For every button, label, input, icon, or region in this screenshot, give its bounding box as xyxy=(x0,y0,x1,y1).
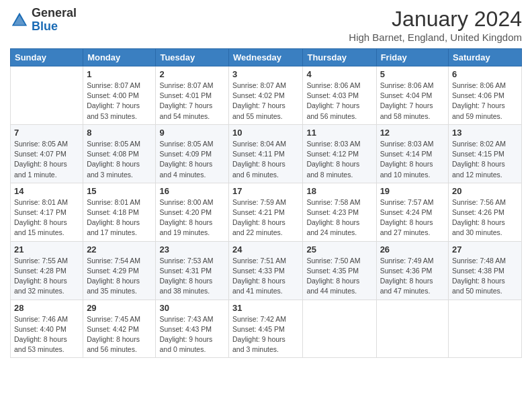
calendar-week-row: 28Sunrise: 7:46 AM Sunset: 4:40 PM Dayli… xyxy=(11,300,522,358)
calendar-cell: 25Sunrise: 7:50 AM Sunset: 4:35 PM Dayli… xyxy=(303,241,376,300)
calendar-cell: 19Sunrise: 7:57 AM Sunset: 4:24 PM Dayli… xyxy=(376,183,448,241)
calendar-cell: 13Sunrise: 8:02 AM Sunset: 4:15 PM Dayli… xyxy=(449,124,522,183)
day-number: 2 xyxy=(159,69,225,79)
calendar-cell: 11Sunrise: 8:03 AM Sunset: 4:12 PM Dayli… xyxy=(303,124,376,183)
day-number: 4 xyxy=(306,69,372,79)
calendar-cell: 23Sunrise: 7:53 AM Sunset: 4:31 PM Dayli… xyxy=(156,241,229,300)
day-info: Sunrise: 7:43 AM Sunset: 4:43 PM Dayligh… xyxy=(159,314,225,355)
calendar-week-row: 14Sunrise: 8:01 AM Sunset: 4:17 PM Dayli… xyxy=(11,183,522,241)
calendar-cell: 3Sunrise: 8:07 AM Sunset: 4:02 PM Daylig… xyxy=(229,66,303,125)
day-number: 5 xyxy=(380,69,445,79)
calendar-cell xyxy=(449,300,522,358)
day-info: Sunrise: 8:01 AM Sunset: 4:17 PM Dayligh… xyxy=(14,197,79,238)
day-info: Sunrise: 7:45 AM Sunset: 4:42 PM Dayligh… xyxy=(87,314,152,355)
calendar-cell: 22Sunrise: 7:54 AM Sunset: 4:29 PM Dayli… xyxy=(83,241,156,300)
col-header-wednesday: Wednesday xyxy=(229,49,303,66)
calendar-cell: 2Sunrise: 8:07 AM Sunset: 4:01 PM Daylig… xyxy=(156,66,229,125)
calendar-cell: 4Sunrise: 8:06 AM Sunset: 4:03 PM Daylig… xyxy=(303,66,376,125)
day-number: 6 xyxy=(452,69,518,79)
day-info: Sunrise: 7:57 AM Sunset: 4:24 PM Dayligh… xyxy=(380,197,445,238)
day-number: 3 xyxy=(232,69,299,79)
day-number: 14 xyxy=(14,186,79,196)
calendar-week-row: 21Sunrise: 7:55 AM Sunset: 4:28 PM Dayli… xyxy=(11,241,522,300)
logo-icon xyxy=(10,11,29,30)
calendar-cell: 7Sunrise: 8:05 AM Sunset: 4:07 PM Daylig… xyxy=(11,124,83,183)
day-number: 29 xyxy=(87,303,152,313)
calendar-cell: 10Sunrise: 8:04 AM Sunset: 4:11 PM Dayli… xyxy=(229,124,303,183)
day-info: Sunrise: 7:54 AM Sunset: 4:29 PM Dayligh… xyxy=(87,256,152,297)
day-info: Sunrise: 8:06 AM Sunset: 4:04 PM Dayligh… xyxy=(380,81,445,122)
calendar-cell: 8Sunrise: 8:05 AM Sunset: 4:08 PM Daylig… xyxy=(83,124,156,183)
location: High Barnet, England, United Kingdom xyxy=(349,32,522,43)
day-number: 25 xyxy=(306,244,372,255)
calendar-cell: 31Sunrise: 7:42 AM Sunset: 4:45 PM Dayli… xyxy=(229,300,303,358)
title-block: January 2024 High Barnet, England, Unite… xyxy=(349,7,522,43)
calendar-cell: 14Sunrise: 8:01 AM Sunset: 4:17 PM Dayli… xyxy=(11,183,83,241)
day-info: Sunrise: 7:58 AM Sunset: 4:23 PM Dayligh… xyxy=(306,197,372,238)
logo-text: General Blue xyxy=(32,7,77,34)
day-number: 10 xyxy=(232,128,299,138)
day-info: Sunrise: 7:55 AM Sunset: 4:28 PM Dayligh… xyxy=(14,256,79,297)
day-number: 15 xyxy=(87,186,152,196)
day-info: Sunrise: 8:05 AM Sunset: 4:08 PM Dayligh… xyxy=(87,139,152,180)
day-number: 23 xyxy=(159,244,225,255)
day-number: 20 xyxy=(452,186,518,196)
day-number: 21 xyxy=(14,244,79,255)
calendar-cell: 18Sunrise: 7:58 AM Sunset: 4:23 PM Dayli… xyxy=(303,183,376,241)
day-number: 24 xyxy=(232,244,299,255)
calendar-cell: 5Sunrise: 8:06 AM Sunset: 4:04 PM Daylig… xyxy=(376,66,448,125)
calendar-cell: 29Sunrise: 7:45 AM Sunset: 4:42 PM Dayli… xyxy=(83,300,156,358)
day-number: 27 xyxy=(452,244,518,255)
day-number: 17 xyxy=(232,186,299,196)
day-number: 19 xyxy=(380,186,445,196)
day-info: Sunrise: 8:05 AM Sunset: 4:07 PM Dayligh… xyxy=(14,139,79,180)
calendar-cell xyxy=(11,66,83,125)
calendar-cell xyxy=(303,300,376,358)
calendar-week-row: 1Sunrise: 8:07 AM Sunset: 4:00 PM Daylig… xyxy=(11,66,522,125)
calendar-week-row: 7Sunrise: 8:05 AM Sunset: 4:07 PM Daylig… xyxy=(11,124,522,183)
day-number: 12 xyxy=(380,128,445,138)
col-header-sunday: Sunday xyxy=(11,49,83,66)
day-info: Sunrise: 7:49 AM Sunset: 4:36 PM Dayligh… xyxy=(380,256,445,297)
day-info: Sunrise: 8:07 AM Sunset: 4:00 PM Dayligh… xyxy=(87,81,152,122)
calendar-cell: 26Sunrise: 7:49 AM Sunset: 4:36 PM Dayli… xyxy=(376,241,448,300)
day-info: Sunrise: 7:42 AM Sunset: 4:45 PM Dayligh… xyxy=(232,314,299,355)
calendar-cell: 1Sunrise: 8:07 AM Sunset: 4:00 PM Daylig… xyxy=(83,66,156,125)
logo: General Blue xyxy=(10,7,77,34)
calendar-cell: 15Sunrise: 8:01 AM Sunset: 4:18 PM Dayli… xyxy=(83,183,156,241)
logo-general: General xyxy=(32,7,77,20)
calendar: SundayMondayTuesdayWednesdayThursdayFrid… xyxy=(10,48,522,358)
calendar-cell: 24Sunrise: 7:51 AM Sunset: 4:33 PM Dayli… xyxy=(229,241,303,300)
calendar-cell: 6Sunrise: 8:06 AM Sunset: 4:06 PM Daylig… xyxy=(449,66,522,125)
day-info: Sunrise: 8:05 AM Sunset: 4:09 PM Dayligh… xyxy=(159,139,225,180)
day-info: Sunrise: 8:03 AM Sunset: 4:14 PM Dayligh… xyxy=(380,139,445,180)
day-info: Sunrise: 8:01 AM Sunset: 4:18 PM Dayligh… xyxy=(87,197,152,238)
day-info: Sunrise: 8:06 AM Sunset: 4:06 PM Dayligh… xyxy=(452,81,518,122)
calendar-header-row: SundayMondayTuesdayWednesdayThursdayFrid… xyxy=(11,49,522,66)
day-number: 1 xyxy=(87,69,152,79)
month-title: January 2024 xyxy=(349,7,522,32)
day-info: Sunrise: 8:02 AM Sunset: 4:15 PM Dayligh… xyxy=(452,139,518,180)
day-number: 31 xyxy=(232,303,299,313)
logo-blue: Blue xyxy=(32,20,77,34)
day-number: 9 xyxy=(159,128,225,138)
day-number: 16 xyxy=(159,186,225,196)
day-info: Sunrise: 8:03 AM Sunset: 4:12 PM Dayligh… xyxy=(306,139,372,180)
day-number: 7 xyxy=(14,128,79,138)
day-number: 11 xyxy=(306,128,372,138)
day-info: Sunrise: 8:06 AM Sunset: 4:03 PM Dayligh… xyxy=(306,81,372,122)
page-header: General Blue January 2024 High Barnet, E… xyxy=(10,7,522,43)
day-info: Sunrise: 7:53 AM Sunset: 4:31 PM Dayligh… xyxy=(159,256,225,297)
col-header-monday: Monday xyxy=(83,49,156,66)
day-info: Sunrise: 8:07 AM Sunset: 4:01 PM Dayligh… xyxy=(159,81,225,122)
day-info: Sunrise: 7:56 AM Sunset: 4:26 PM Dayligh… xyxy=(452,197,518,238)
day-number: 22 xyxy=(87,244,152,255)
calendar-cell: 27Sunrise: 7:48 AM Sunset: 4:38 PM Dayli… xyxy=(449,241,522,300)
day-info: Sunrise: 7:51 AM Sunset: 4:33 PM Dayligh… xyxy=(232,256,299,297)
calendar-cell: 30Sunrise: 7:43 AM Sunset: 4:43 PM Dayli… xyxy=(156,300,229,358)
day-number: 13 xyxy=(452,128,518,138)
calendar-cell: 16Sunrise: 8:00 AM Sunset: 4:20 PM Dayli… xyxy=(156,183,229,241)
day-info: Sunrise: 7:59 AM Sunset: 4:21 PM Dayligh… xyxy=(232,197,299,238)
day-info: Sunrise: 8:04 AM Sunset: 4:11 PM Dayligh… xyxy=(232,139,299,180)
day-number: 8 xyxy=(87,128,152,138)
